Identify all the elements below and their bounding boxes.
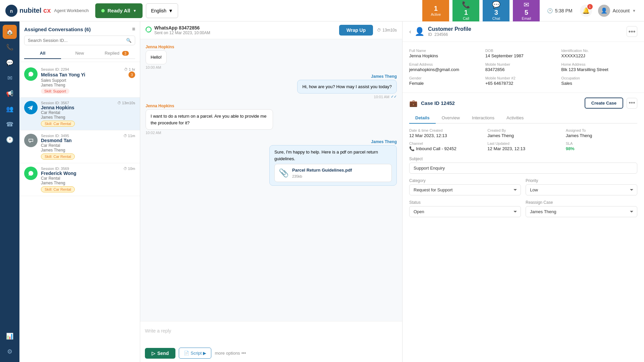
notification-button[interactable]: 🔔 1 — [580, 5, 592, 17]
time-display: 🕐 5:38 PM — [543, 8, 576, 13]
case-tab-overview[interactable]: Overview — [436, 113, 466, 124]
case-tab-details[interactable]: Details — [409, 113, 436, 124]
chat-tab[interactable]: 💬 3 Chat — [483, 0, 509, 21]
conv-session-3: Session ID: 3495 ⏱ 11m — [41, 134, 135, 138]
conv-agent-4: James Theng — [41, 181, 135, 185]
sidebar-home-button[interactable]: 🏠 — [3, 25, 17, 39]
tab-replied[interactable]: Replied 3 — [98, 48, 135, 59]
profile-label-email: Email Address — [409, 62, 485, 66]
priority-select[interactable]: Low — [526, 184, 637, 195]
profile-field-dob: DOB 14 September 1987 — [485, 47, 561, 60]
profile-value-email: jennahopkins@gmail.com — [409, 67, 485, 72]
profile-value-gender: Female — [409, 81, 485, 86]
script-button[interactable]: 📄 Script ▶ — [179, 348, 211, 359]
script-icon: 📄 — [184, 351, 189, 356]
conv-body-2: Session ID: 3567 ⏱ 13m10s Jenna Hopkins … — [41, 101, 135, 127]
sidebar-contacts-button[interactable]: 👥 — [3, 102, 17, 116]
conv-session-2: Session ID: 3567 ⏱ 13m10s — [41, 101, 135, 105]
conv-agent-3: James Theng — [41, 148, 135, 153]
right-panel: ‹ 👤 Customer Profile ID 234566 ••• Full … — [402, 21, 644, 362]
conv-session-1: Session ID: 2294 ⏱ 1 hr — [41, 67, 135, 71]
msg-bubble-3: I want to do a return on a parcel. Are y… — [146, 109, 273, 130]
script-label: Script — [191, 351, 202, 356]
sidebar-analytics-button[interactable]: 📊 — [3, 329, 17, 343]
language-button[interactable]: English ▼ — [146, 3, 178, 18]
profile-value-id-no: XXXXX122J — [561, 53, 637, 58]
send-button[interactable]: ▷ Send — [145, 348, 175, 359]
case-icon: 💼 — [409, 99, 418, 107]
active-count: 1 — [434, 5, 438, 12]
skill-badge-2: Skill: Car Rental — [41, 121, 75, 127]
case-label-created: Date & time Created — [409, 128, 481, 132]
case-tabs: Details Overview Interactions Activities — [409, 113, 637, 124]
case-tab-interactions[interactable]: Interactions — [466, 113, 500, 124]
subject-input[interactable] — [409, 163, 637, 174]
case-field-created-by: Created By James Theng — [487, 128, 559, 138]
conversations-panel: Assigned Conversations (6) ≡ 🔍 All New R… — [19, 21, 140, 362]
conv-agent-1: James Theng — [41, 83, 135, 87]
sidebar-phone-button[interactable]: 📞 — [3, 40, 17, 54]
profile-field-mobile2: Mobile Number #2 +65 64678732 — [485, 74, 561, 88]
conv-item-1[interactable]: Session ID: 2294 ⏱ 1 hr Melissa Tan Yong… — [19, 64, 140, 98]
case-label-channel: Channel — [409, 141, 481, 145]
skill-badge-3: Skill: Car Rental — [41, 154, 75, 160]
tab-all[interactable]: All — [24, 48, 61, 59]
reassign-label: Reassign Case — [526, 200, 637, 205]
sidebar-phone2-button[interactable]: ☎ — [3, 117, 17, 131]
attachment-info: Parcel Return Guidelines.pdf 235kb — [292, 167, 352, 179]
email-tab[interactable]: ✉ 5 Email — [513, 0, 540, 21]
conv-item-3[interactable]: Session ID: 3495 ⏱ 11m Desmond Tan Car R… — [19, 130, 140, 163]
sidebar-chat-button[interactable]: 💬 — [3, 56, 17, 70]
reply-input[interactable]: Write a reply — [145, 325, 397, 345]
sidebar-mail-button[interactable]: ✉ — [3, 71, 17, 85]
reassign-select[interactable]: James Theng — [526, 206, 637, 217]
status-select[interactable]: Open — [409, 206, 521, 217]
conv-dept-1: Sales Support — [41, 78, 135, 83]
case-more-button[interactable]: ••• — [627, 98, 637, 109]
filter-icon[interactable]: ≡ — [132, 26, 135, 32]
sidebar-history-button[interactable]: 🕐 — [3, 133, 17, 147]
back-arrow-icon[interactable]: ‹ — [409, 28, 411, 35]
conv-body-1: Session ID: 2294 ⏱ 1 hr Melissa Tan Yong… — [41, 67, 135, 94]
profile-title-area: Customer Profile ID 234566 — [428, 26, 471, 37]
tab-new[interactable]: New — [61, 48, 98, 59]
category-select[interactable]: Request for Support — [409, 184, 521, 195]
more-label: more options — [215, 351, 240, 356]
attachment-row[interactable]: 📎 Parcel Return Guidelines.pdf 235kb — [274, 164, 392, 182]
account-button[interactable]: 👤 Account ▼ — [595, 5, 639, 17]
pdf-icon: 📎 — [279, 167, 289, 179]
profile-more-button[interactable]: ••• — [627, 26, 637, 37]
case-value-created-by: James Theng — [487, 133, 559, 138]
attachment-size: 235kb — [292, 174, 352, 179]
subject-label: Subject — [409, 157, 637, 161]
conv-item-4[interactable]: Session ID: 3569 ⏱ 10m Frederick Wong Ca… — [19, 163, 140, 196]
attachment-name: Parcel Return Guidelines.pdf — [292, 167, 352, 174]
chat-timer: ⏱ 13m10s — [377, 28, 397, 33]
case-label-created-by: Created By — [487, 128, 559, 132]
msg-sender-1: Jenna Hopkins — [146, 45, 174, 49]
conv-item-2[interactable]: Session ID: 3567 ⏱ 13m10s Jenna Hopkins … — [19, 98, 140, 130]
sidebar-settings-button[interactable]: ⚙ — [3, 345, 17, 359]
reply-toolbar: ▷ Send 📄 Script ▶ more options ••• — [145, 348, 397, 359]
conv-name-2: Jenna Hopkins — [41, 105, 74, 110]
sidebar-announce-button[interactable]: 📢 — [3, 86, 17, 101]
search-input[interactable] — [28, 38, 124, 43]
topbar: n nubitel cx Agent Workbench Ready All ▼… — [0, 0, 644, 21]
more-options-button[interactable]: more options ••• — [215, 351, 246, 356]
case-field-sla: SLA 98% — [566, 141, 637, 151]
profile-value-mobile2: +65 64678732 — [485, 81, 561, 86]
chat-label: Chat — [492, 16, 500, 20]
call-tab[interactable]: 📞 1 Call — [452, 0, 479, 21]
case-tab-activities[interactable]: Activities — [500, 113, 530, 124]
wrap-up-button[interactable]: Wrap Up — [339, 25, 373, 36]
logo: n nubitel cx Agent Workbench — [5, 5, 89, 17]
active-tab[interactable]: 1 Active — [422, 0, 449, 21]
ready-all-button[interactable]: Ready All ▼ — [95, 3, 143, 18]
msg-time-2: 10:01 AM ✓✓ — [374, 95, 397, 99]
profile-value-fullname: Jenna Hopkins — [409, 53, 485, 58]
profile-field-occupation: Occupation Sales — [561, 74, 637, 88]
create-case-button[interactable]: Create Case — [585, 98, 623, 109]
conv-dept-2: Car Rental — [41, 110, 135, 115]
conv-session-4: Session ID: 3569 ⏱ 10m — [41, 167, 135, 171]
case-label-updated: Last Updated — [487, 141, 559, 145]
